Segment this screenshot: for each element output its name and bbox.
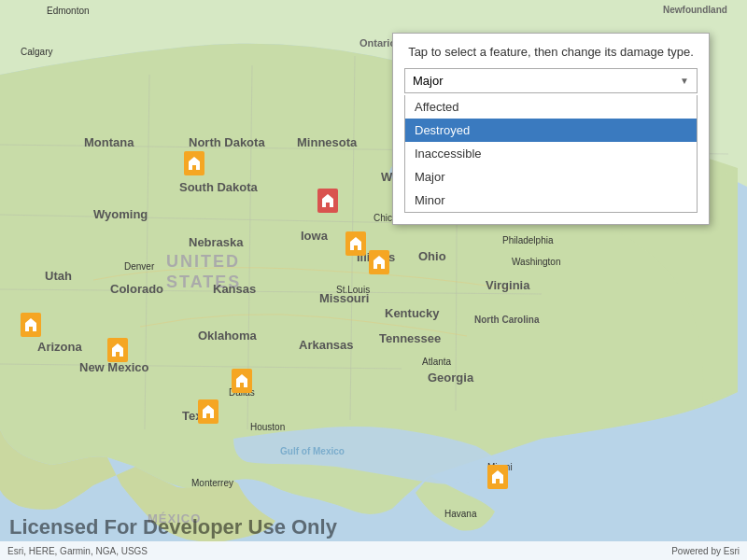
marker-6[interactable] bbox=[107, 338, 128, 362]
marker-9[interactable] bbox=[487, 465, 508, 489]
marker-5[interactable] bbox=[21, 313, 41, 337]
popup-title: Tap to select a feature, then change its… bbox=[404, 45, 698, 59]
attribution-left: Esri, HERE, Garmin, NGA, USGS bbox=[7, 546, 148, 556]
marker-7[interactable] bbox=[232, 369, 252, 393]
marker-8[interactable] bbox=[198, 399, 218, 424]
option-minor[interactable]: Minor bbox=[405, 189, 697, 212]
option-destroyed[interactable]: Destroyed bbox=[405, 119, 697, 142]
dropdown-list: Affected Destroyed Inaccessible Major Mi… bbox=[404, 95, 698, 213]
dropdown-selected-value: Major bbox=[413, 74, 444, 88]
attribution-right: Powered by Esri bbox=[671, 546, 740, 556]
marker-3[interactable] bbox=[345, 231, 366, 256]
chevron-down-icon: ▼ bbox=[680, 76, 689, 86]
map-attribution: Esri, HERE, Garmin, NGA, USGS Powered by… bbox=[0, 541, 747, 560]
option-inaccessible[interactable]: Inaccessible bbox=[405, 142, 697, 165]
marker-4[interactable] bbox=[369, 250, 389, 274]
marker-1[interactable] bbox=[184, 151, 204, 175]
damage-type-dropdown[interactable]: Major ▼ bbox=[404, 68, 698, 93]
map-container[interactable]: Edmonton Calgary Ontario Newfoundland Mo… bbox=[0, 0, 747, 560]
marker-2[interactable] bbox=[317, 189, 338, 213]
popup-panel: Tap to select a feature, then change its… bbox=[392, 33, 710, 225]
option-major[interactable]: Major bbox=[405, 165, 697, 189]
option-affected[interactable]: Affected bbox=[405, 95, 697, 119]
